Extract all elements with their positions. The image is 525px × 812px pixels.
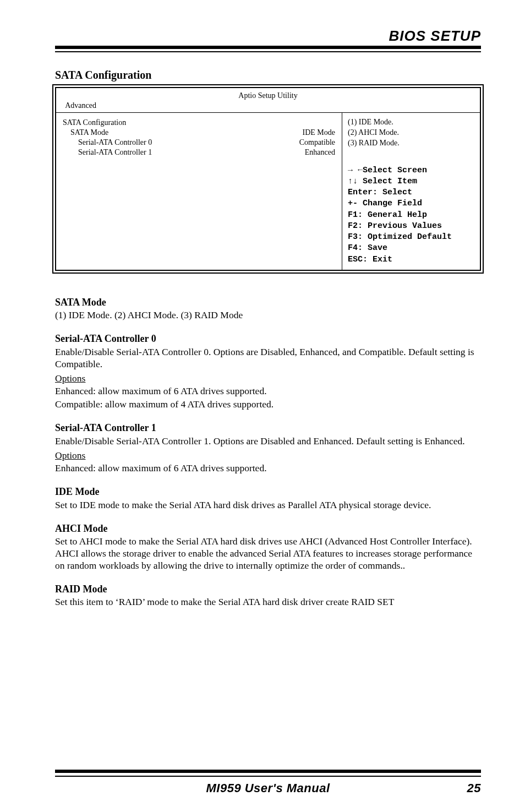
bios-row-sata-ctrl-1[interactable]: Serial-ATA Controller 1 Enhanced <box>63 148 335 157</box>
footer-title: MI959 User's Manual <box>55 781 448 795</box>
bios-tabs: Advanced <box>62 101 474 110</box>
subhead: SATA Mode <box>55 296 481 309</box>
help-f2: F2: Previous Values <box>348 221 474 232</box>
paragraph: (1) IDE Mode. (2) AHCI Mode. (3) RAID Mo… <box>55 309 481 321</box>
bios-row-label: Serial-ATA Controller 1 <box>78 148 152 157</box>
bios-desc-line: (2) AHCI Mode. <box>348 128 474 138</box>
section-sata-ctrl-1: Serial-ATA Controller 1 Enable/Disable S… <box>55 422 481 475</box>
help-f4: F4: Save <box>348 243 474 254</box>
section-ide-mode: IDE Mode Set to IDE mode to make the Ser… <box>55 486 481 511</box>
bios-tab-advanced: Advanced <box>65 101 96 110</box>
help-enter: Enter: Select <box>348 187 474 198</box>
bios-row-label: SATA Mode <box>70 128 108 137</box>
page-header: BIOS SETUP <box>55 28 481 49</box>
help-esc: ESC: Exit <box>348 254 474 265</box>
bios-left-pane: SATA Configuration SATA Mode IDE Mode Se… <box>56 113 342 270</box>
subhead: Serial-ATA Controller 1 <box>55 422 481 434</box>
bios-body: SATA Configuration SATA Mode IDE Mode Se… <box>56 113 480 270</box>
bios-window: Aptio Setup Utility Advanced SATA Config… <box>55 87 481 271</box>
subhead: Serial-ATA Controller 0 <box>55 333 481 345</box>
option-line: Enhanced: allow maximum of 6 ATA drives … <box>55 462 481 475</box>
bios-header: Aptio Setup Utility Advanced <box>56 88 480 113</box>
paragraph: Enable/Disable Serial-ATA Controller 0. … <box>55 346 481 370</box>
section-title: SATA Configuration <box>55 69 481 81</box>
help-select-screen: → ←Select Screen <box>348 165 474 176</box>
help-change-field: +- Change Field <box>348 198 474 209</box>
options-heading: Options <box>55 373 481 385</box>
section-sata-mode: SATA Mode (1) IDE Mode. (2) AHCI Mode. (… <box>55 296 481 321</box>
paragraph: Set to AHCI mode to make the Serial ATA … <box>55 536 481 572</box>
page-footer: MI959 User's Manual 25 <box>55 770 481 795</box>
paragraph: Enable/Disable Serial-ATA Controller 1. … <box>55 435 481 448</box>
footer-page-number: 25 <box>448 781 481 795</box>
subhead: AHCI Mode <box>55 522 481 535</box>
option-line: Enhanced: allow maximum of 6 ATA drives … <box>55 385 481 397</box>
option-line: Compatible: allow maximum of 4 ATA drive… <box>55 399 481 411</box>
bios-group-label-text: SATA Configuration <box>63 118 126 127</box>
help-f1: F1: General Help <box>348 210 474 221</box>
header-rule <box>55 51 481 52</box>
bios-desc-line: (3) RAID Mode. <box>348 138 474 149</box>
section-ahci-mode: AHCI Mode Set to AHCI mode to make the S… <box>55 522 481 572</box>
bios-desc-line: (1) IDE Mode. <box>348 117 474 128</box>
help-select-item: ↑↓ Select Item <box>348 176 474 187</box>
bios-title: Aptio Setup Utility <box>62 91 474 100</box>
bios-description: (1) IDE Mode. (2) AHCI Mode. (3) RAID Mo… <box>348 117 474 149</box>
subhead: IDE Mode <box>55 486 481 498</box>
bios-right-pane: (1) IDE Mode. (2) AHCI Mode. (3) RAID Mo… <box>342 113 480 270</box>
subhead: RAID Mode <box>55 583 481 596</box>
bios-row-value: IDE Mode <box>303 128 336 137</box>
bios-group-label: SATA Configuration <box>63 118 335 127</box>
paragraph: Set this item to ‘RAID’ mode to make the… <box>55 596 481 608</box>
bios-row-sata-mode[interactable]: SATA Mode IDE Mode <box>63 128 335 137</box>
paragraph: Set to IDE mode to make the Serial ATA h… <box>55 499 481 511</box>
bios-row-value: Enhanced <box>305 148 335 157</box>
section-raid-mode: RAID Mode Set this item to ‘RAID’ mode t… <box>55 583 481 608</box>
body-text: SATA Mode (1) IDE Mode. (2) AHCI Mode. (… <box>55 285 481 618</box>
section-sata-ctrl-0: Serial-ATA Controller 0 Enable/Disable S… <box>55 333 481 411</box>
bios-row-label: Serial-ATA Controller 0 <box>78 138 152 147</box>
options-heading: Options <box>55 450 481 462</box>
bios-row-value: Compatible <box>299 138 335 147</box>
page: BIOS SETUP SATA Configuration Aptio Setu… <box>0 0 525 812</box>
bios-row-sata-ctrl-0[interactable]: Serial-ATA Controller 0 Compatible <box>63 138 335 147</box>
help-f3: F3: Optimized Default <box>348 232 474 243</box>
